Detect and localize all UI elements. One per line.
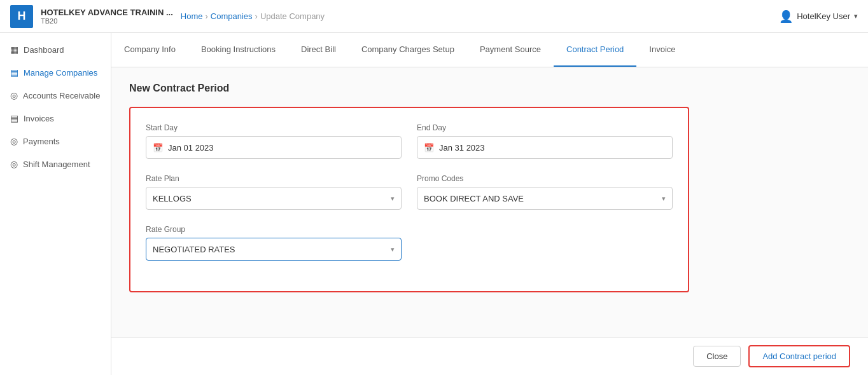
page-title: New Contract Period bbox=[129, 83, 850, 94]
end-day-group: End Day 📅 Jan 31 2023 bbox=[417, 123, 673, 159]
main-panel: Company Info Booking Instructions Direct… bbox=[111, 33, 868, 375]
sidebar-label-accounts-receivable: Accounts Receivable bbox=[23, 91, 100, 100]
sidebar: ▦ Dashboard ▤ Manage Companies ◎ Account… bbox=[0, 33, 111, 375]
sidebar-item-shift-management[interactable]: ◎ Shift Management bbox=[0, 153, 111, 175]
rate-plan-select[interactable]: KELLOGS ▾ bbox=[146, 187, 402, 210]
promo-codes-select[interactable]: BOOK DIRECT AND SAVE ▾ bbox=[417, 187, 673, 210]
app-title: HOTELKEY ADVANCE TRAININ ... bbox=[41, 8, 173, 17]
manage-companies-icon: ▤ bbox=[10, 67, 18, 78]
sidebar-item-payments[interactable]: ◎ Payments bbox=[0, 130, 111, 153]
breadcrumb-companies[interactable]: Companies bbox=[211, 11, 253, 21]
rate-plan-value: KELLOGS bbox=[153, 194, 192, 203]
rate-plan-group: Rate Plan KELLOGS ▾ bbox=[146, 174, 402, 210]
end-day-value: Jan 31 2023 bbox=[439, 143, 485, 153]
promo-codes-label: Promo Codes bbox=[417, 174, 673, 183]
rate-group-chevron-icon: ▾ bbox=[391, 245, 395, 254]
user-icon: 👤 bbox=[779, 10, 793, 24]
rate-group-label: Rate Group bbox=[146, 225, 402, 234]
add-contract-period-button[interactable]: Add Contract period bbox=[748, 345, 850, 367]
start-day-calendar-icon: 📅 bbox=[153, 143, 163, 153]
sidebar-label-manage-companies: Manage Companies bbox=[24, 68, 97, 78]
close-button[interactable]: Close bbox=[693, 346, 741, 367]
end-day-calendar-icon: 📅 bbox=[424, 143, 434, 153]
end-day-label: End Day bbox=[417, 123, 673, 132]
tab-booking-instructions[interactable]: Booking Instructions bbox=[188, 33, 288, 67]
dashboard-icon: ▦ bbox=[10, 44, 18, 55]
start-day-label: Start Day bbox=[146, 123, 402, 132]
rate-group-row: Rate Group NEGOTIATED RATES ▾ bbox=[146, 225, 673, 261]
tab-company-charges-setup[interactable]: Company Charges Setup bbox=[349, 33, 467, 67]
tab-contract-period[interactable]: Contract Period bbox=[554, 33, 636, 67]
layout: ▦ Dashboard ▤ Manage Companies ◎ Account… bbox=[0, 33, 868, 375]
start-day-input[interactable]: 📅 Jan 01 2023 bbox=[146, 136, 402, 159]
breadcrumb-current: Update Company bbox=[260, 11, 325, 21]
rate-group-value: NEGOTIATED RATES bbox=[153, 245, 235, 254]
promo-codes-group: Promo Codes BOOK DIRECT AND SAVE ▾ bbox=[417, 174, 673, 210]
rate-group-group: Rate Group NEGOTIATED RATES ▾ bbox=[146, 225, 402, 261]
tab-direct-bill[interactable]: Direct Bill bbox=[288, 33, 349, 67]
tab-invoice[interactable]: Invoice bbox=[636, 33, 688, 67]
app-info: HOTELKEY ADVANCE TRAININ ... TB20 bbox=[41, 8, 173, 25]
app-logo: H bbox=[10, 5, 33, 28]
invoices-icon: ▤ bbox=[10, 113, 18, 123]
sidebar-item-manage-companies[interactable]: ▤ Manage Companies bbox=[0, 61, 111, 84]
date-row: Start Day 📅 Jan 01 2023 End Day 📅 Jan 31… bbox=[146, 123, 673, 159]
user-name: HotelKey User bbox=[797, 11, 850, 21]
page-footer: Close Add Contract period bbox=[111, 337, 868, 375]
sidebar-item-dashboard[interactable]: ▦ Dashboard bbox=[0, 38, 111, 61]
sidebar-label-shift-management: Shift Management bbox=[23, 160, 90, 169]
payments-icon: ◎ bbox=[10, 136, 18, 146]
user-dropdown-icon: ▾ bbox=[854, 12, 858, 20]
accounts-receivable-icon: ◎ bbox=[10, 90, 18, 100]
promo-codes-chevron-icon: ▾ bbox=[662, 194, 666, 203]
start-day-value: Jan 01 2023 bbox=[168, 143, 214, 153]
page-content: New Contract Period Start Day 📅 Jan 01 2… bbox=[111, 67, 868, 337]
app-subtitle: TB20 bbox=[41, 17, 173, 25]
rate-promo-row: Rate Plan KELLOGS ▾ Promo Codes BOOK DIR… bbox=[146, 174, 673, 210]
sidebar-item-accounts-receivable[interactable]: ◎ Accounts Receivable bbox=[0, 84, 111, 107]
rate-plan-label: Rate Plan bbox=[146, 174, 402, 183]
breadcrumb-home[interactable]: Home bbox=[181, 11, 203, 21]
breadcrumb-sep1: › bbox=[205, 11, 207, 21]
tab-payment-source[interactable]: Payment Source bbox=[467, 33, 554, 67]
sidebar-label-payments: Payments bbox=[23, 137, 60, 146]
tab-bar: Company Info Booking Instructions Direct… bbox=[111, 33, 868, 67]
user-menu[interactable]: 👤 HotelKey User ▾ bbox=[779, 10, 858, 24]
header-left: H HOTELKEY ADVANCE TRAININ ... TB20 Home… bbox=[10, 5, 325, 28]
tab-company-info[interactable]: Company Info bbox=[111, 33, 188, 67]
rate-plan-chevron-icon: ▾ bbox=[391, 194, 395, 203]
sidebar-item-invoices[interactable]: ▤ Invoices bbox=[0, 107, 111, 130]
rate-group-select[interactable]: NEGOTIATED RATES ▾ bbox=[146, 238, 402, 261]
promo-codes-value: BOOK DIRECT AND SAVE bbox=[424, 194, 524, 203]
end-day-input[interactable]: 📅 Jan 31 2023 bbox=[417, 136, 673, 159]
breadcrumb-sep2: › bbox=[255, 11, 258, 21]
sidebar-label-invoices: Invoices bbox=[24, 114, 54, 123]
sidebar-label-dashboard: Dashboard bbox=[24, 45, 64, 55]
shift-management-icon: ◎ bbox=[10, 159, 18, 169]
start-day-group: Start Day 📅 Jan 01 2023 bbox=[146, 123, 402, 159]
breadcrumb: Home › Companies › Update Company bbox=[181, 11, 325, 21]
app-header: H HOTELKEY ADVANCE TRAININ ... TB20 Home… bbox=[0, 0, 868, 33]
contract-period-form: Start Day 📅 Jan 01 2023 End Day 📅 Jan 31… bbox=[129, 107, 689, 292]
